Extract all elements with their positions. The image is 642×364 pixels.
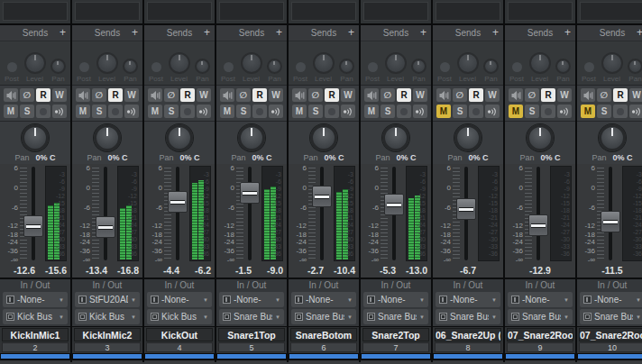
channel-color-bar[interactable] <box>73 354 142 359</box>
send-prepost-control[interactable]: Post <box>221 62 235 83</box>
phase-button[interactable]: ∅ <box>597 88 611 102</box>
bypass-button[interactable] <box>4 88 18 102</box>
bypass-button[interactable] <box>364 88 379 102</box>
automation-write-button[interactable]: W <box>629 88 642 102</box>
channel-name[interactable]: Snare2Top <box>362 328 429 341</box>
automation-read-button[interactable]: R <box>613 88 628 102</box>
add-send-button[interactable]: + <box>276 26 282 39</box>
bypass-button[interactable] <box>581 88 595 102</box>
record-arm-button[interactable] <box>252 105 267 118</box>
automation-read-button[interactable]: R <box>397 88 411 102</box>
mute-button[interactable]: M <box>364 105 379 118</box>
pan-value[interactable]: 0% C <box>252 153 272 162</box>
solo-button[interactable]: S <box>164 105 179 118</box>
solo-button[interactable]: S <box>453 105 467 118</box>
pan-knob[interactable] <box>527 124 554 151</box>
channel-name[interactable]: 07_Snare2Room <box>579 328 642 341</box>
add-send-button[interactable]: + <box>204 26 210 39</box>
fader-handle[interactable] <box>384 194 404 215</box>
monitor-button[interactable] <box>413 105 427 118</box>
fader-handle[interactable] <box>312 186 332 207</box>
fader-value[interactable]: -11.5 <box>577 265 642 276</box>
mute-button[interactable]: M <box>148 105 162 118</box>
channel-name[interactable]: 07_Snare2Room8 <box>507 328 573 341</box>
send-level-knob[interactable]: Level <box>169 52 190 83</box>
monitor-button[interactable] <box>341 105 355 118</box>
fader-handle[interactable] <box>168 191 188 213</box>
record-arm-button[interactable] <box>325 105 339 118</box>
monitor-button[interactable] <box>197 105 211 118</box>
automation-write-button[interactable]: W <box>52 88 67 102</box>
record-arm-button[interactable] <box>613 105 628 118</box>
send-prepost-control[interactable]: Post <box>293 62 307 83</box>
monitor-button[interactable] <box>557 105 572 118</box>
pan-knob[interactable] <box>382 124 409 151</box>
automation-write-button[interactable]: W <box>341 88 355 102</box>
pan-value[interactable]: 0% C <box>325 153 344 162</box>
output-routing-select[interactable]: Snare Bus ▼ <box>363 309 428 324</box>
send-level-knob[interactable]: Level <box>529 52 551 83</box>
input-routing-select[interactable]: -None- ▼ <box>436 292 500 307</box>
record-arm-button[interactable] <box>541 105 555 118</box>
record-arm-button[interactable] <box>108 105 123 118</box>
send-pan-knob[interactable]: Pan <box>483 59 499 83</box>
record-arm-button[interactable] <box>469 105 483 118</box>
send-prepost-control[interactable]: Post <box>365 62 380 83</box>
automation-write-button[interactable]: W <box>413 88 427 102</box>
add-send-button[interactable]: + <box>564 26 571 39</box>
pan-knob[interactable] <box>166 124 193 151</box>
rack-slot[interactable] <box>505 0 575 25</box>
output-routing-select[interactable]: Kick Bus ▼ <box>147 309 212 324</box>
fader-track[interactable] <box>537 167 540 260</box>
phase-button[interactable]: ∅ <box>236 88 251 102</box>
pan-knob[interactable] <box>599 124 626 151</box>
channel-color-bar[interactable] <box>506 354 574 359</box>
automation-read-button[interactable]: R <box>180 88 195 102</box>
phase-button[interactable]: ∅ <box>164 88 179 102</box>
send-pan-knob[interactable]: Pan <box>628 59 642 83</box>
channel-name[interactable]: KickInMic2 <box>74 328 141 341</box>
rack-slot[interactable] <box>361 0 431 25</box>
add-send-button[interactable]: + <box>420 26 426 39</box>
fader-value[interactable]: -6.7 <box>433 265 503 276</box>
solo-button[interactable]: S <box>308 105 323 118</box>
pan-value[interactable]: 0% C <box>469 153 489 162</box>
phase-button[interactable]: ∅ <box>381 88 395 102</box>
pan-knob[interactable] <box>454 124 482 151</box>
channel-color-bar[interactable] <box>434 354 502 359</box>
send-pan-knob[interactable]: Pan <box>195 59 210 83</box>
pan-value[interactable]: 0% C <box>541 153 561 162</box>
channel-name[interactable]: KickOut <box>146 328 213 341</box>
fader-handle[interactable] <box>23 215 43 237</box>
mute-button[interactable]: M <box>4 105 18 118</box>
fader-track[interactable] <box>248 167 252 260</box>
output-routing-select[interactable]: Kick Bus ▼ <box>75 309 140 324</box>
input-routing-select[interactable]: -None- ▼ <box>580 292 642 307</box>
channel-color-bar[interactable] <box>145 354 214 359</box>
output-routing-select[interactable]: Snare Bus ▼ <box>580 309 642 324</box>
phase-button[interactable]: ∅ <box>92 88 106 102</box>
record-arm-button[interactable] <box>397 105 411 118</box>
channel-color-bar[interactable] <box>217 354 286 359</box>
automation-read-button[interactable]: R <box>36 88 50 102</box>
rack-slot[interactable] <box>577 0 642 25</box>
output-routing-select[interactable]: Snare Bus ▼ <box>508 309 573 324</box>
send-level-knob[interactable]: Level <box>24 52 46 83</box>
fader-value[interactable]: -4.4 <box>144 265 179 276</box>
rack-slot[interactable] <box>433 0 503 25</box>
fader-handle[interactable] <box>240 182 260 204</box>
monitor-button[interactable] <box>124 105 139 118</box>
fader-track[interactable] <box>32 167 35 260</box>
pan-knob[interactable] <box>94 124 121 151</box>
add-send-button[interactable]: + <box>132 26 138 39</box>
output-routing-select[interactable]: Snare Bus ▼ <box>219 309 284 324</box>
send-prepost-control[interactable]: Post <box>5 62 19 83</box>
input-routing-select[interactable]: -None- ▼ <box>3 292 68 307</box>
send-pan-knob[interactable]: Pan <box>411 59 426 83</box>
channel-color-bar[interactable] <box>1 354 69 359</box>
add-send-button[interactable]: + <box>60 26 66 39</box>
channel-name[interactable]: Snare1Top <box>218 328 285 341</box>
automation-write-button[interactable]: W <box>485 88 500 102</box>
automation-write-button[interactable]: W <box>197 88 211 102</box>
pan-value[interactable]: 0% C <box>613 153 633 162</box>
